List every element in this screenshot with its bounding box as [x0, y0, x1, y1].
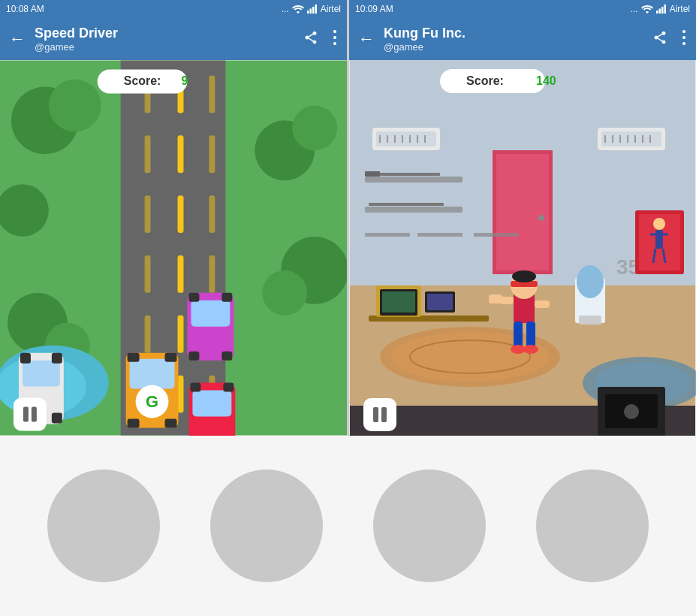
- app-subtitle-right: @gamee: [384, 41, 642, 53]
- svg-rect-108: [474, 233, 519, 237]
- svg-text:G: G: [146, 392, 158, 411]
- controls-row: [0, 436, 696, 616]
- game-area-kung-fu: 35: [349, 60, 696, 436]
- svg-rect-139: [526, 322, 535, 348]
- svg-rect-56: [188, 293, 199, 302]
- svg-text:Score:: Score:: [124, 74, 161, 87]
- share-button-left[interactable]: [299, 27, 323, 52]
- svg-rect-23: [177, 255, 183, 293]
- svg-point-74: [682, 30, 685, 33]
- svg-point-121: [653, 218, 665, 230]
- svg-rect-32: [209, 75, 215, 113]
- svg-rect-104: [365, 207, 462, 213]
- more-button-left[interactable]: [329, 27, 341, 52]
- kung-fu-scene: 35: [349, 60, 696, 436]
- svg-point-145: [624, 404, 639, 419]
- svg-rect-42: [20, 353, 31, 364]
- game-area-speed-driver: G: [0, 60, 347, 436]
- share-icon-right: [652, 30, 667, 45]
- svg-rect-90: [601, 131, 661, 146]
- svg-text:140: 140: [536, 74, 556, 87]
- svg-text:Score:: Score:: [466, 74, 504, 87]
- svg-rect-33: [209, 135, 215, 173]
- svg-point-75: [682, 36, 685, 39]
- svg-rect-99: [496, 154, 549, 270]
- phone-right: 10:09 AM ... Airtel ← Kung Fu Inc. @game…: [349, 0, 696, 436]
- app-title-right: Kung Fu Inc.: [384, 26, 642, 42]
- title-block-left: Speed Driver @gamee: [35, 26, 293, 53]
- app-subtitle-left: @gamee: [35, 41, 293, 53]
- svg-rect-73: [664, 5, 666, 14]
- svg-rect-101: [365, 177, 462, 183]
- svg-rect-27: [145, 135, 151, 173]
- svg-rect-81: [376, 131, 436, 146]
- wifi-icon-right: [641, 5, 653, 14]
- signal-icon-right: [656, 5, 667, 14]
- svg-rect-103: [365, 171, 380, 177]
- svg-rect-59: [192, 391, 231, 417]
- status-icons-right: ... Airtel: [631, 4, 690, 14]
- svg-rect-45: [130, 359, 175, 389]
- status-time-right: 10:09 AM: [355, 4, 393, 14]
- back-button-left[interactable]: ←: [6, 28, 29, 50]
- more-button-right[interactable]: [678, 27, 690, 52]
- svg-rect-122: [655, 230, 663, 249]
- control-circle-4[interactable]: [536, 470, 649, 582]
- svg-point-127: [391, 332, 549, 382]
- svg-rect-62: [190, 383, 200, 392]
- title-block-right: Kung Fu Inc. @gamee: [384, 26, 642, 53]
- app-bar-right: ← Kung Fu Inc. @gamee: [349, 18, 696, 60]
- phone-left: 10:08 AM ... Airtel ← Speed Driver @game…: [0, 0, 347, 436]
- svg-text:9: 9: [181, 74, 188, 87]
- svg-rect-21: [177, 135, 183, 173]
- status-icons-left: ... Airtel: [282, 4, 341, 14]
- svg-rect-151: [381, 407, 387, 422]
- svg-rect-43: [52, 353, 62, 364]
- control-circle-3[interactable]: [373, 470, 486, 582]
- svg-rect-41: [52, 413, 62, 424]
- svg-rect-2: [312, 7, 315, 14]
- svg-rect-50: [128, 353, 140, 362]
- signal-icon-left: [307, 5, 318, 14]
- svg-rect-67: [14, 398, 47, 431]
- back-button-right[interactable]: ←: [355, 28, 378, 50]
- svg-rect-29: [145, 255, 151, 293]
- svg-rect-105: [369, 203, 444, 206]
- svg-rect-55: [221, 352, 232, 361]
- svg-rect-111: [579, 316, 601, 325]
- svg-rect-24: [177, 316, 183, 353]
- share-button-right[interactable]: [648, 27, 672, 52]
- wifi-icon-left: [292, 5, 304, 14]
- svg-rect-70: [656, 11, 658, 14]
- control-circle-1[interactable]: [47, 470, 160, 582]
- more-icon-right: [682, 30, 685, 45]
- svg-point-141: [523, 345, 538, 354]
- dots-left: ...: [282, 4, 289, 14]
- svg-rect-138: [514, 322, 523, 348]
- svg-rect-63: [223, 383, 234, 392]
- svg-rect-102: [372, 173, 440, 176]
- svg-rect-30: [145, 316, 151, 353]
- svg-rect-53: [191, 300, 230, 327]
- svg-rect-136: [489, 294, 502, 303]
- svg-rect-57: [221, 293, 232, 302]
- svg-rect-68: [23, 407, 29, 422]
- svg-rect-0: [307, 11, 309, 14]
- svg-rect-149: [363, 398, 396, 431]
- svg-point-76: [682, 42, 685, 45]
- svg-rect-106: [365, 233, 410, 237]
- svg-rect-35: [209, 255, 215, 293]
- svg-point-100: [538, 215, 544, 221]
- control-circle-2[interactable]: [210, 470, 323, 582]
- svg-rect-1: [309, 9, 312, 14]
- svg-point-5: [333, 36, 336, 39]
- svg-rect-54: [188, 352, 199, 361]
- svg-point-4: [333, 30, 336, 33]
- svg-rect-51: [165, 353, 177, 362]
- app-bar-left: ← Speed Driver @gamee: [0, 18, 347, 60]
- svg-point-9: [49, 79, 101, 131]
- svg-rect-71: [658, 9, 661, 14]
- svg-point-11: [292, 105, 337, 150]
- svg-rect-49: [165, 419, 177, 428]
- svg-rect-48: [128, 419, 140, 428]
